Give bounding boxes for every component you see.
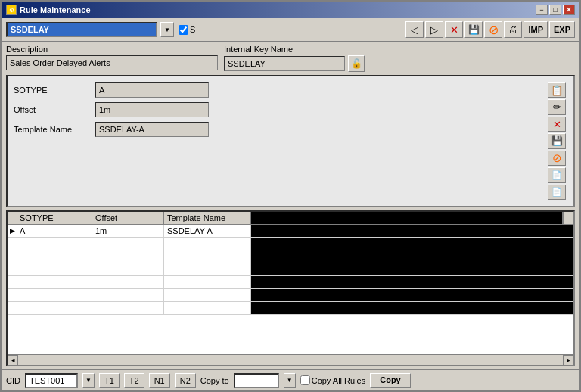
template-name-input[interactable] [95,122,209,137]
rule-dropdown-btn[interactable]: ▼ [160,22,174,37]
table-row[interactable] [8,276,573,289]
detail-edit-btn[interactable]: ✏ [548,99,566,114]
n2-btn[interactable]: N2 [175,373,196,388]
cell-extra-1 [251,225,573,237]
s-checkbox[interactable] [179,25,188,35]
grid-body: ▶ A 1m SSDELAY-A [8,225,573,354]
offset-label: Offset [14,105,89,114]
horizontal-scrollbar[interactable]: ◂ ▸ [8,354,573,365]
n1-btn[interactable]: N1 [149,373,170,388]
window-title: Rule Maintenance [20,5,91,14]
prev-btn[interactable]: ◁ [405,21,424,38]
content-area: Description Internal Key Name 🔓 SOTYPE O… [2,42,579,369]
cell-offset-1: 1m [92,225,164,237]
table-row[interactable]: ▶ A 1m SSDELAY-A [8,225,573,238]
title-bar: ⚙ Rule Maintenance − □ ✕ [2,2,579,18]
template-name-label: Template Name [14,125,89,134]
detail-prev-btn[interactable]: 📄 [548,167,566,182]
detail-cancel-btn[interactable]: ⊘ [548,151,566,166]
window-icon: ⚙ [6,5,17,15]
copy-to-dropdown-btn[interactable]: ▼ [284,373,296,388]
cell-extra-2 [251,238,573,250]
table-row[interactable] [8,250,573,263]
maximize-button[interactable]: □ [549,5,561,15]
save-btn[interactable]: 💾 [464,21,483,38]
toolbar: ▼ S ◁ ▷ ✕ 💾 ⊘ 🖨 IMP EXP [2,18,579,42]
detail-save-btn[interactable]: 💾 [548,133,566,148]
description-input[interactable] [6,55,218,70]
col-header-sotype: SOTYPE [17,212,92,224]
sotype-row: SOTYPE [14,82,542,98]
internal-key-input[interactable] [224,56,345,71]
s-checkbox-group: S [179,25,195,35]
cell-sotype-2 [17,238,92,250]
detail-fields: SOTYPE Offset Template Name [14,82,542,200]
sotype-label: SOTYPE [14,86,89,95]
delete-btn[interactable]: ✕ [445,21,463,38]
cancel-btn[interactable]: ⊘ [484,21,502,38]
lock-btn[interactable]: 🔓 [348,55,365,72]
cell-offset-2 [92,238,164,250]
cell-sotype-1: A [17,225,92,237]
detail-new-btn[interactable]: 📋 [548,82,566,98]
offset-row: Offset [14,102,542,117]
sotype-input[interactable] [95,82,209,98]
copy-all-checkbox[interactable] [300,375,310,385]
scroll-right-btn[interactable]: ▸ [563,355,573,366]
table-row[interactable] [8,302,573,315]
s-label: S [190,25,195,34]
table-row[interactable] [8,289,573,302]
header-fields: Description Internal Key Name 🔓 [6,45,575,72]
detail-panel: SOTYPE Offset Template Name 📋 ✏ ✕ 💾 ⊘ [6,75,575,207]
copy-all-group: Copy All Rules [300,375,366,385]
offset-input[interactable] [95,102,209,117]
table-row[interactable] [8,238,573,250]
cid-label: CID [6,376,20,385]
description-group: Description [6,45,218,70]
cell-template-1: SSDELAY-A [164,225,251,237]
t2-btn[interactable]: T2 [124,373,144,388]
grid-header: SOTYPE Offset Template Name [8,212,573,225]
row-marker-1: ▶ [8,227,17,235]
detail-delete-btn[interactable]: ✕ [548,117,566,132]
minimize-button[interactable]: − [536,5,548,15]
description-label: Description [6,45,218,54]
col-header-extra [251,212,563,224]
col-header-template: Template Name [164,212,251,224]
main-window: ⚙ Rule Maintenance − □ ✕ ▼ S ◁ ▷ ✕ 💾 ⊘ 🖨… [0,0,581,392]
internal-key-group: Internal Key Name 🔓 [224,45,365,72]
imp-btn[interactable]: IMP [524,21,548,38]
next-btn[interactable]: ▷ [425,21,443,38]
copy-all-label: Copy All Rules [312,376,366,385]
copy-to-label: Copy to [200,376,229,385]
close-button[interactable]: ✕ [563,5,575,15]
t1-btn[interactable]: T1 [99,373,120,388]
cell-template-2 [164,238,251,250]
detail-next-btn[interactable]: 📄 [548,185,566,200]
toolbar-icons: ◁ ▷ ✕ 💾 ⊘ 🖨 IMP EXP [405,21,575,38]
grid-area: SOTYPE Offset Template Name ▶ A 1m SSDEL… [6,210,575,366]
exp-btn[interactable]: EXP [549,21,575,38]
cid-input[interactable] [25,373,78,388]
col-header-offset: Offset [92,212,164,224]
scroll-left-btn[interactable]: ◂ [8,355,18,366]
window-controls: − □ ✕ [536,5,575,15]
copy-button[interactable]: Copy [370,373,411,388]
print-btn[interactable]: 🖨 [504,21,522,38]
status-bar: CID ▼ T1 T2 N1 N2 Copy to ▼ Copy All Rul… [2,369,579,390]
detail-side-icons: 📋 ✏ ✕ 💾 ⊘ 📄 📄 [548,82,567,200]
internal-key-label: Internal Key Name [224,45,365,54]
copy-to-input[interactable] [234,373,279,388]
cid-dropdown-btn[interactable]: ▼ [82,373,95,388]
rule-combo[interactable] [6,22,157,37]
table-row[interactable] [8,263,573,276]
template-name-row: Template Name [14,122,542,137]
